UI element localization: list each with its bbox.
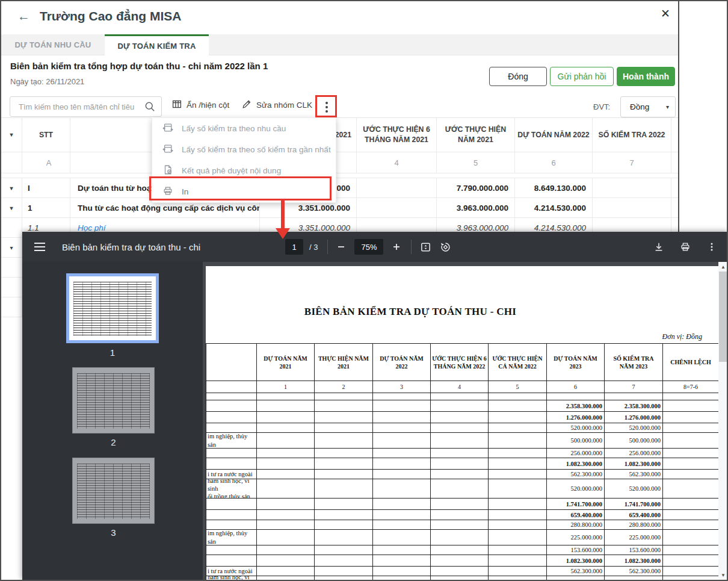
- menu-item-label: Lấy số kiểm tra theo nhu cầu: [182, 124, 286, 133]
- document-unit-note: Đơn vị: Đồng: [579, 332, 702, 341]
- screenshot-frame: ← Trường Cao đẳng MISA ✕ DỰ TOÁN NHU CẦU…: [0, 0, 728, 581]
- grid-subheader-row: A 4 5 6 7: [1, 152, 678, 173]
- print-icon[interactable]: [680, 241, 691, 252]
- row-expander-icon[interactable]: ▾: [10, 244, 13, 251]
- document-table-row: 1.082.300.000 1.082.300.000: [206, 555, 718, 567]
- menu-item-lay-so-kiem-tra-theo-nhu-cau[interactable]: Lấy số kiểm tra theo nhu cầu: [152, 118, 336, 139]
- zoom-level[interactable]: 75%: [354, 239, 383, 255]
- tab-du-toan-nhu-cau[interactable]: DỰ TOÁN NHU CẦU: [1, 34, 105, 55]
- back-arrow-icon[interactable]: ←: [17, 9, 30, 23]
- edit-clk-group-label: Sửa nhóm CLK: [256, 101, 312, 110]
- table-row: ▾ 1 Thu từ các hoạt động cung cấp các dị…: [1, 198, 678, 218]
- document-table-row: 1.276.000.000 1.276.000.000: [206, 412, 718, 423]
- document-table-row: i tư ra nước ngoài 562.300.000 562.300.0…: [206, 567, 718, 576]
- document-table-row: hẩm sinh học, vi sinh: [206, 576, 718, 580]
- close-button[interactable]: Đóng: [489, 67, 547, 86]
- scroll-up-icon[interactable]: ▲: [718, 263, 728, 271]
- unit-select[interactable]: Đồng ▾: [620, 96, 676, 117]
- pdf-more-options-icon[interactable]: [706, 241, 717, 252]
- pdf-action-icons: [653, 232, 717, 262]
- doc-check-icon: [162, 164, 173, 178]
- download-icon[interactable]: [653, 241, 664, 252]
- collapse-all-icon[interactable]: ▾: [10, 131, 13, 139]
- thumbnail-label: 1: [66, 347, 159, 358]
- tab-du-toan-kiem-tra[interactable]: DỰ TOÁN KIỂM TRA: [105, 34, 209, 55]
- edit-clk-group-button[interactable]: Sửa nhóm CLK: [242, 99, 312, 111]
- pdf-print-preview: Biên bản kiểm tra dự toán thu - chi 1 / …: [22, 232, 728, 580]
- send-feedback-button[interactable]: Gửi phản hồi: [550, 67, 614, 86]
- menu-item-label: Lấy số kiểm tra theo số kiểm tra gần nhấ…: [182, 145, 331, 154]
- scroll-down-icon[interactable]: ▼: [718, 571, 728, 579]
- record-created-date: Ngày tạo: 26/11/2021: [10, 77, 84, 86]
- menu-item-print[interactable]: In: [152, 181, 336, 202]
- menu-hamburger-icon[interactable]: [34, 243, 45, 251]
- row-value: 7.790.000.000: [437, 178, 515, 197]
- tab-bar: DỰ TOÁN NHU CẦU DỰ TOÁN KIỂM TRA: [1, 34, 678, 55]
- document-table-row: 520.000.000 520.000.000: [206, 423, 718, 433]
- document-table-body: 2.358.300.000 2.358.300.000 1.276.000.00…: [206, 393, 718, 580]
- zoom-out-icon[interactable]: [336, 242, 346, 252]
- pdf-page: BIÊN BẢN KIỂM TRA DỰ TOÁN THU - CHI Đơn …: [206, 266, 718, 580]
- thumbnail-page-1[interactable]: [66, 273, 159, 343]
- document-table-row: 256.000.000 256.000.000: [206, 449, 718, 458]
- thumbnail-page-2[interactable]: [72, 367, 155, 433]
- row-expander-icon[interactable]: ▾: [10, 205, 13, 211]
- page-title: Trường Cao đẳng MISA: [40, 9, 181, 23]
- record-title: Biên bản kiểm tra tổng hợp dự toán thu -…: [10, 61, 268, 71]
- document-table-row: im nghiệp, thủy sản 500.000.000 500.000.…: [206, 433, 718, 449]
- col-header-uoc-nam-2021[interactable]: ƯỚC THỰC HIỆN NĂM 2021: [437, 118, 515, 152]
- menu-item-ket-qua-phe-duyet[interactable]: Kết quả phê duyệt nội dung: [152, 160, 336, 181]
- document-table-row: 1.082.300.000 1.082.300.000: [206, 458, 718, 470]
- document-table: DỰ TOÁN NĂM 2021THỰC HIỆN NĂM 2021DỰ TOÁ…: [206, 343, 718, 580]
- document-table-colnums: 12345678=7-6: [206, 381, 718, 393]
- document-table-row: 153.600.000 153.600.000: [206, 545, 718, 555]
- subheader-4: 4: [357, 152, 437, 173]
- pdf-scrollbar[interactable]: ▲ ▼: [718, 262, 728, 580]
- page-total-label: / 3: [309, 243, 318, 252]
- hide-show-columns-button[interactable]: Ẩn /hiện cột: [172, 99, 229, 111]
- menu-item-label: Kết quả phê duyệt nội dung: [182, 166, 281, 175]
- thumbnail-label: 3: [72, 527, 155, 538]
- more-options-icon[interactable]: [321, 99, 332, 115]
- pdf-toolbar: Biên bản kiểm tra dự toán thu - chi 1 / …: [22, 232, 728, 262]
- menu-item-lay-so-kiem-tra-gan-nhat[interactable]: Lấy số kiểm tra theo số kiểm tra gần nhấ…: [152, 139, 336, 160]
- close-icon[interactable]: ✕: [661, 7, 670, 20]
- subheader-a: A: [22, 152, 70, 173]
- document-table-row: hẩm sinh học, vi sinh ối trồng thủy sản,…: [206, 479, 718, 499]
- col-header-stt[interactable]: STT: [22, 118, 70, 152]
- col-header-uoc-6-thang-2021[interactable]: ƯỚC THỰC HIỆN 6 THÁNG NĂM 2021: [357, 118, 437, 152]
- row-stt: I: [22, 178, 70, 197]
- columns-icon: [172, 99, 182, 111]
- document-table-row: 2.358.300.000 2.358.300.000: [206, 400, 718, 412]
- complete-button[interactable]: Hoàn thành: [617, 67, 675, 86]
- document-table-row: 1.741.700.000 1.741.700.000: [206, 499, 718, 510]
- unit-select-value: Đồng: [630, 102, 649, 111]
- grid-header-row: ▾ STT 2021 ƯỚC THỰC HIỆN 6 THÁNG NĂM 202…: [1, 118, 678, 152]
- subheader-6: 6: [515, 152, 593, 173]
- caret-down-icon: ▾: [666, 104, 669, 110]
- document-table-row: 659.400.000 659.400.000: [206, 510, 718, 520]
- page-number-input[interactable]: 1: [285, 239, 303, 255]
- pdf-thumbnail-sidebar: 1 2 3: [22, 262, 203, 580]
- row-value: 8.649.130.000: [515, 178, 593, 197]
- zoom-in-icon[interactable]: [392, 242, 401, 252]
- unit-label: ĐVT:: [593, 102, 610, 111]
- printer-icon: [162, 185, 173, 199]
- rotate-icon[interactable]: [440, 241, 451, 253]
- col-header-so-kiem-tra-2022[interactable]: SỐ KIỂM TRA 2022: [593, 118, 671, 152]
- search-icon[interactable]: [144, 101, 155, 112]
- fit-page-icon[interactable]: [420, 241, 431, 253]
- thumbnail-page-3[interactable]: [72, 458, 155, 524]
- scrollbar-thumb[interactable]: [719, 272, 727, 362]
- subheader-7: 7: [593, 152, 671, 173]
- search-box: [10, 96, 162, 117]
- thumbnail-label: 2: [72, 437, 155, 447]
- search-input[interactable]: [17, 102, 144, 112]
- pencil-icon: [242, 99, 251, 111]
- hide-show-columns-label: Ẩn /hiện cột: [187, 101, 229, 110]
- col-header-du-toan-2022[interactable]: DỰ TOÁN NĂM 2022: [515, 118, 593, 152]
- pdf-document-title: Biên bản kiểm tra dự toán thu - chi: [62, 242, 200, 252]
- document-table-row: [206, 393, 718, 400]
- table-sync-icon: [162, 122, 173, 135]
- row-expander-icon[interactable]: ▾: [10, 185, 13, 191]
